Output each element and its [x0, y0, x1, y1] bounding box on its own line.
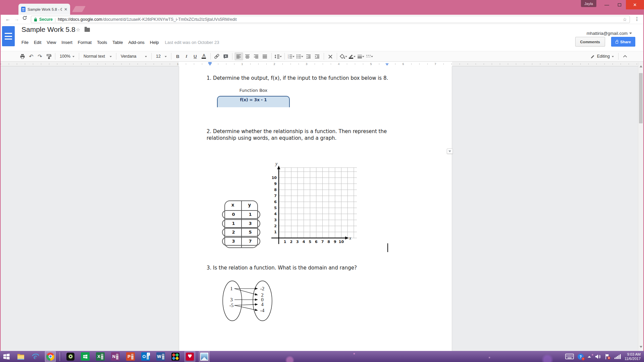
- menu-edit[interactable]: Edit: [31, 39, 44, 46]
- bulleted-list-button[interactable]: [296, 52, 304, 60]
- reload-icon[interactable]: [22, 15, 27, 21]
- last-edit-link[interactable]: Last edit was on October 23: [165, 40, 219, 45]
- scrollbar-thumb[interactable]: [639, 73, 643, 123]
- window-maximize-button[interactable]: [614, 0, 625, 9]
- insert-link-button[interactable]: [213, 52, 221, 60]
- align-left-button[interactable]: [234, 52, 243, 60]
- scrollbar[interactable]: [638, 62, 643, 351]
- print-button[interactable]: [18, 52, 27, 60]
- network-signal-icon[interactable]: [614, 354, 621, 359]
- coordinate-grid-image[interactable]: 1234567891012345678910yx: [268, 162, 358, 248]
- menu-view[interactable]: View: [44, 39, 59, 46]
- document-page[interactable]: 1. Determine the output, f(x), if the in…: [179, 66, 452, 351]
- svg-text:10: 10: [272, 176, 277, 180]
- paragraph-style-select[interactable]: Normal text: [81, 52, 114, 60]
- menu-help[interactable]: Help: [147, 39, 162, 46]
- account-email[interactable]: mhattiria@gmail.com: [587, 31, 632, 36]
- volume-icon[interactable]: [595, 354, 601, 359]
- docs-home-icon[interactable]: [2, 26, 15, 46]
- taskbar-internet-explorer[interactable]: e: [30, 352, 41, 361]
- function-box[interactable]: f(x) = 3x - 1: [217, 96, 290, 107]
- border-dash-button[interactable]: [365, 52, 374, 60]
- increase-indent-button[interactable]: [313, 52, 322, 60]
- numbered-list-button[interactable]: 123: [287, 52, 296, 60]
- taskbar-iheartradio[interactable]: ♥: [185, 352, 195, 361]
- align-justify-button[interactable]: [261, 52, 269, 60]
- menu-format[interactable]: Format: [75, 39, 94, 46]
- mapping-diagram-image[interactable]: 13-5-2204-4: [218, 278, 278, 325]
- share-button[interactable]: Share: [611, 37, 635, 47]
- align-right-button[interactable]: [252, 52, 261, 60]
- docs-favicon: [21, 7, 25, 12]
- question-1: 1. Determine the output, f(x), if the in…: [207, 75, 388, 81]
- window-close-button[interactable]: ✕: [626, 0, 644, 9]
- suggestion-dropdown-button[interactable]: [447, 148, 453, 154]
- scroll-up-arrow[interactable]: [640, 64, 642, 67]
- action-center-flag-icon[interactable]: [605, 354, 611, 360]
- new-tab-button[interactable]: [72, 6, 86, 12]
- browser-menu-icon[interactable]: ⋮: [635, 16, 639, 21]
- window-minimize-button[interactable]: —: [601, 0, 612, 9]
- zoom-select[interactable]: 100%: [57, 52, 77, 60]
- taskbar-camera-app[interactable]: [65, 352, 75, 361]
- taskbar-outlook[interactable]: O✓: [140, 352, 151, 361]
- forward-icon[interactable]: →: [14, 16, 19, 22]
- undo-button[interactable]: ↶: [27, 52, 36, 60]
- font-select[interactable]: Verdana: [118, 52, 149, 60]
- taskbar-chrome[interactable]: [45, 352, 55, 361]
- collapse-toolbar-icon[interactable]: [621, 52, 629, 60]
- star-document-icon[interactable]: ☆: [76, 27, 80, 33]
- taskbar-puzzle-app[interactable]: [170, 352, 180, 361]
- menu-file[interactable]: File: [19, 39, 31, 46]
- hidden-icons-arrow[interactable]: [587, 355, 591, 358]
- back-icon[interactable]: ←: [5, 16, 10, 22]
- mode-select[interactable]: Editing: [588, 52, 616, 60]
- taskbar-file-explorer[interactable]: [16, 352, 26, 361]
- taskbar-word[interactable]: W: [155, 352, 166, 361]
- decrease-indent-button[interactable]: [304, 52, 313, 60]
- line-spacing-button[interactable]: [274, 52, 282, 60]
- fill-color-button[interactable]: [339, 52, 348, 60]
- taskbar-photo-viewer[interactable]: [199, 352, 209, 361]
- underline-button[interactable]: U: [191, 52, 200, 60]
- redo-button[interactable]: ↷: [36, 52, 44, 60]
- font-size-select[interactable]: 12: [154, 52, 169, 60]
- table-row: 01: [222, 210, 260, 219]
- border-width-button[interactable]: [357, 52, 365, 60]
- text-color-button[interactable]: A: [200, 52, 208, 60]
- paint-format-button[interactable]: [44, 52, 53, 60]
- ruler-ticks: [1, 63, 644, 65]
- taskbar-windows-store[interactable]: [80, 352, 91, 361]
- align-center-button[interactable]: [243, 52, 252, 60]
- insert-comment-button[interactable]: [221, 52, 230, 60]
- taskbar-powerpoint[interactable]: P: [125, 352, 136, 361]
- ruler-number: 3: [306, 62, 307, 66]
- menu-insert[interactable]: Insert: [59, 39, 75, 46]
- touch-keyboard-icon[interactable]: [565, 354, 574, 359]
- xy-table[interactable]: xy01132537: [222, 200, 260, 249]
- browser-tab[interactable]: Sample Work 5.8 - Goog ✕: [18, 4, 70, 15]
- document-title[interactable]: Sample Work 5.8: [21, 25, 75, 34]
- bold-button[interactable]: B: [173, 52, 182, 60]
- menu-tools[interactable]: Tools: [94, 39, 110, 46]
- menu-addons[interactable]: Add-ons: [125, 39, 147, 46]
- taskbar-excel[interactable]: X: [95, 352, 106, 361]
- bookmark-star-icon[interactable]: ☆: [623, 17, 627, 22]
- svg-text:3: 3: [296, 240, 299, 244]
- move-to-folder-icon[interactable]: [85, 28, 90, 32]
- ruler-number: 1: [241, 62, 243, 66]
- taskbar-onenote[interactable]: N: [110, 352, 121, 361]
- scroll-down-arrow[interactable]: [640, 346, 642, 349]
- help-notification-icon[interactable]: ?!: [578, 354, 584, 360]
- line-color-button[interactable]: [348, 52, 357, 60]
- taskbar-clock[interactable]: 9:03 AM 11/6/2017: [625, 352, 641, 361]
- browser-profile-chip[interactable]: Jayla: [581, 0, 596, 7]
- url-bar[interactable]: Secure | https://docs.google.com /docume…: [31, 16, 630, 23]
- clear-formatting-button[interactable]: [326, 52, 335, 60]
- italic-button[interactable]: I: [182, 52, 191, 60]
- taskbar-start[interactable]: [1, 352, 11, 361]
- svg-text:2: 2: [274, 224, 277, 228]
- menu-table[interactable]: Table: [110, 39, 125, 46]
- tab-close-icon[interactable]: ✕: [64, 7, 67, 12]
- comments-button[interactable]: Comments: [575, 37, 605, 47]
